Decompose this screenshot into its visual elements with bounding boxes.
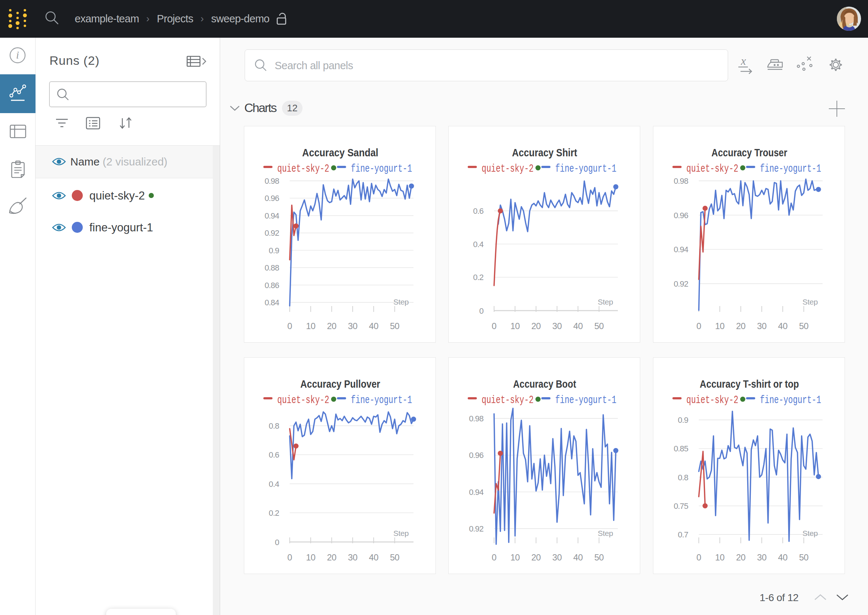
svg-text:30: 30 <box>757 321 766 331</box>
svg-text:fine-yogurt-1: fine-yogurt-1 <box>351 394 412 406</box>
svg-text:0.92: 0.92 <box>264 228 279 237</box>
svg-text:0.96: 0.96 <box>469 451 483 460</box>
svg-text:30: 30 <box>552 553 562 562</box>
svg-text:fine-yogurt-1: fine-yogurt-1 <box>555 162 616 175</box>
svg-text:0: 0 <box>492 553 497 562</box>
svg-text:quiet-sky-2: quiet-sky-2 <box>277 394 329 406</box>
svg-text:0.96: 0.96 <box>674 211 688 220</box>
svg-text:20: 20 <box>532 321 541 331</box>
svg-text:quiet-sky-2: quiet-sky-2 <box>482 162 533 175</box>
svg-text:Accuracy Pullover: Accuracy Pullover <box>300 378 380 390</box>
svg-text:0.94: 0.94 <box>264 211 279 220</box>
svg-text:0: 0 <box>288 553 292 562</box>
svg-text:Accuracy Boot: Accuracy Boot <box>513 378 576 390</box>
svg-text:10: 10 <box>306 553 315 562</box>
svg-text:0.4: 0.4 <box>473 240 484 249</box>
svg-text:10: 10 <box>510 553 520 562</box>
svg-text:50: 50 <box>799 553 809 562</box>
svg-text:fine-yogurt-1: fine-yogurt-1 <box>555 394 616 406</box>
svg-text:20: 20 <box>532 553 541 562</box>
svg-text:40: 40 <box>778 553 787 562</box>
svg-text:0.98: 0.98 <box>674 176 688 186</box>
svg-text:0: 0 <box>288 321 292 331</box>
svg-text:0.98: 0.98 <box>469 414 483 423</box>
svg-text:Accuracy T-shirt or top: Accuracy T-shirt or top <box>700 378 799 390</box>
svg-text:40: 40 <box>573 553 583 562</box>
svg-text:x: x <box>741 56 746 67</box>
svg-text:0.7: 0.7 <box>678 530 688 539</box>
svg-text:0: 0 <box>275 538 280 547</box>
svg-text:10: 10 <box>715 321 724 331</box>
svg-text:0: 0 <box>479 306 484 315</box>
svg-text:0.6: 0.6 <box>473 206 484 215</box>
svg-text:Step: Step <box>393 298 409 306</box>
svg-text:0.9: 0.9 <box>678 415 688 425</box>
svg-text:fine-yogurt-1: fine-yogurt-1 <box>760 162 821 175</box>
svg-text:Accuracy Trouser: Accuracy Trouser <box>712 147 787 159</box>
svg-text:20: 20 <box>736 321 746 331</box>
svg-text:10: 10 <box>306 321 315 331</box>
svg-text:0.88: 0.88 <box>264 263 279 272</box>
svg-text:0.9: 0.9 <box>269 246 280 255</box>
svg-text:i: i <box>16 49 19 61</box>
svg-text:0.2: 0.2 <box>473 273 484 282</box>
svg-text:Step: Step <box>393 529 409 537</box>
svg-text:10: 10 <box>715 553 724 562</box>
svg-text:40: 40 <box>573 321 583 331</box>
svg-text:0: 0 <box>492 321 497 331</box>
svg-text:0.2: 0.2 <box>269 509 280 518</box>
svg-text:0.96: 0.96 <box>264 194 279 203</box>
svg-text:30: 30 <box>552 321 562 331</box>
svg-text:30: 30 <box>757 553 766 562</box>
svg-text:20: 20 <box>327 553 336 562</box>
svg-text:0.94: 0.94 <box>674 245 688 254</box>
svg-text:40: 40 <box>369 321 378 331</box>
svg-text:fine-yogurt-1: fine-yogurt-1 <box>351 162 412 175</box>
svg-text:0.8: 0.8 <box>269 421 280 431</box>
svg-text:50: 50 <box>799 321 809 331</box>
svg-text:Step: Step <box>598 298 613 306</box>
svg-text:20: 20 <box>736 553 746 562</box>
svg-text:0.92: 0.92 <box>469 524 483 533</box>
svg-text:50: 50 <box>594 553 604 562</box>
svg-text:30: 30 <box>348 553 357 562</box>
svg-text:quiet-sky-2: quiet-sky-2 <box>687 162 738 175</box>
svg-text:40: 40 <box>369 553 378 562</box>
svg-text:Step: Step <box>598 529 613 537</box>
svg-text:10: 10 <box>510 321 520 331</box>
svg-text:Accuracy Shirt: Accuracy Shirt <box>512 147 577 159</box>
svg-text:Step: Step <box>802 298 818 306</box>
svg-text:40: 40 <box>778 321 787 331</box>
svg-text:fine-yogurt-1: fine-yogurt-1 <box>760 394 821 406</box>
svg-text:0: 0 <box>697 553 701 562</box>
svg-text:0.86: 0.86 <box>264 281 279 290</box>
svg-text:Accuracy Sandal: Accuracy Sandal <box>302 147 378 159</box>
svg-text:quiet-sky-2: quiet-sky-2 <box>277 162 329 175</box>
svg-text:0.6: 0.6 <box>269 450 280 459</box>
svg-text:50: 50 <box>390 553 400 562</box>
svg-text:50: 50 <box>390 321 400 331</box>
svg-text:0: 0 <box>697 321 701 331</box>
svg-text:0.92: 0.92 <box>674 279 688 289</box>
svg-text:0.84: 0.84 <box>264 298 279 307</box>
svg-text:0.85: 0.85 <box>674 444 688 453</box>
svg-text:30: 30 <box>348 321 357 331</box>
svg-text:0.94: 0.94 <box>469 488 483 497</box>
svg-text:quiet-sky-2: quiet-sky-2 <box>482 394 533 406</box>
svg-text:0.98: 0.98 <box>264 176 279 186</box>
svg-text:quiet-sky-2: quiet-sky-2 <box>687 394 738 406</box>
svg-text:20: 20 <box>327 321 336 331</box>
svg-text:0.75: 0.75 <box>674 501 688 510</box>
svg-text:0.4: 0.4 <box>269 479 280 489</box>
svg-text:0.8: 0.8 <box>678 473 688 482</box>
svg-text:Step: Step <box>802 529 818 537</box>
svg-text:50: 50 <box>594 321 604 331</box>
